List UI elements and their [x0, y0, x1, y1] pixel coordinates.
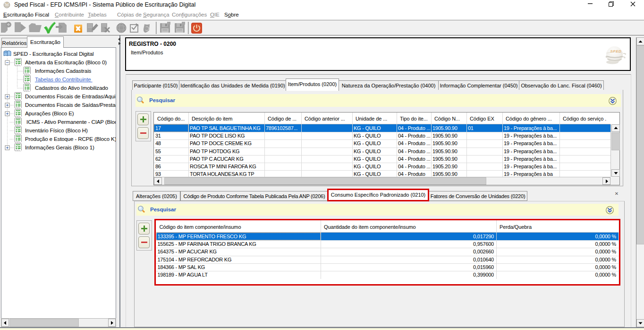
svg-text:SPED: SPED: [610, 49, 622, 53]
